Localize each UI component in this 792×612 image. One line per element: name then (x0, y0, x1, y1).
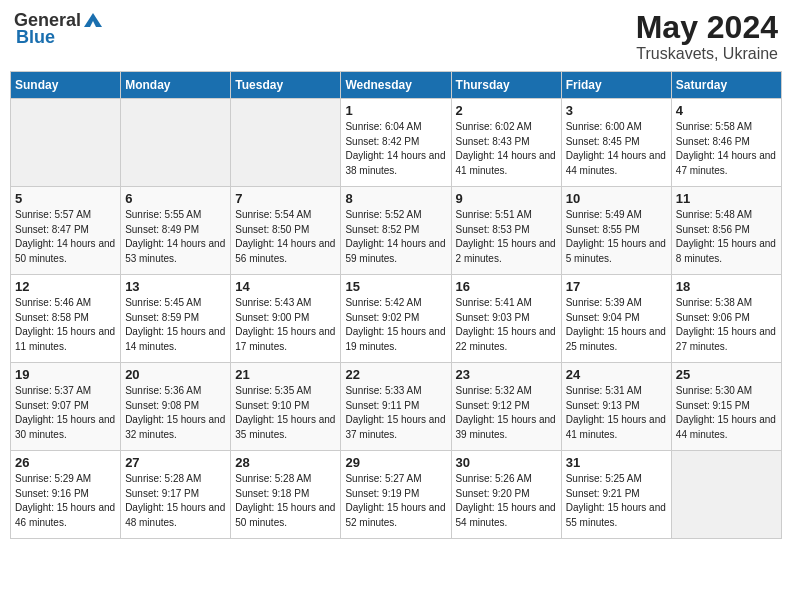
calendar-cell: 6Sunrise: 5:55 AMSunset: 8:49 PMDaylight… (121, 187, 231, 275)
day-info: Sunrise: 5:54 AMSunset: 8:50 PMDaylight:… (235, 208, 336, 266)
month-title: May 2024 (636, 10, 778, 45)
calendar-cell: 15Sunrise: 5:42 AMSunset: 9:02 PMDayligh… (341, 275, 451, 363)
header-wednesday: Wednesday (341, 72, 451, 99)
day-number: 13 (125, 279, 226, 294)
day-info: Sunrise: 5:46 AMSunset: 8:58 PMDaylight:… (15, 296, 116, 354)
day-info: Sunrise: 5:25 AMSunset: 9:21 PMDaylight:… (566, 472, 667, 530)
calendar-cell: 20Sunrise: 5:36 AMSunset: 9:08 PMDayligh… (121, 363, 231, 451)
header-row: SundayMondayTuesdayWednesdayThursdayFrid… (11, 72, 782, 99)
day-info: Sunrise: 5:37 AMSunset: 9:07 PMDaylight:… (15, 384, 116, 442)
day-number: 3 (566, 103, 667, 118)
day-number: 7 (235, 191, 336, 206)
day-info: Sunrise: 5:36 AMSunset: 9:08 PMDaylight:… (125, 384, 226, 442)
day-number: 6 (125, 191, 226, 206)
day-info: Sunrise: 6:00 AMSunset: 8:45 PMDaylight:… (566, 120, 667, 178)
day-number: 16 (456, 279, 557, 294)
day-number: 30 (456, 455, 557, 470)
calendar-cell: 7Sunrise: 5:54 AMSunset: 8:50 PMDaylight… (231, 187, 341, 275)
day-number: 28 (235, 455, 336, 470)
day-number: 18 (676, 279, 777, 294)
calendar-cell: 13Sunrise: 5:45 AMSunset: 8:59 PMDayligh… (121, 275, 231, 363)
day-number: 29 (345, 455, 446, 470)
day-number: 31 (566, 455, 667, 470)
calendar-cell: 24Sunrise: 5:31 AMSunset: 9:13 PMDayligh… (561, 363, 671, 451)
day-info: Sunrise: 5:29 AMSunset: 9:16 PMDaylight:… (15, 472, 116, 530)
week-row: 5Sunrise: 5:57 AMSunset: 8:47 PMDaylight… (11, 187, 782, 275)
day-number: 1 (345, 103, 446, 118)
day-info: Sunrise: 5:49 AMSunset: 8:55 PMDaylight:… (566, 208, 667, 266)
day-info: Sunrise: 6:04 AMSunset: 8:42 PMDaylight:… (345, 120, 446, 178)
calendar-cell: 16Sunrise: 5:41 AMSunset: 9:03 PMDayligh… (451, 275, 561, 363)
day-info: Sunrise: 6:02 AMSunset: 8:43 PMDaylight:… (456, 120, 557, 178)
day-number: 27 (125, 455, 226, 470)
day-info: Sunrise: 5:48 AMSunset: 8:56 PMDaylight:… (676, 208, 777, 266)
calendar-cell: 31Sunrise: 5:25 AMSunset: 9:21 PMDayligh… (561, 451, 671, 539)
day-number: 24 (566, 367, 667, 382)
day-number: 17 (566, 279, 667, 294)
logo-icon (82, 11, 104, 29)
day-number: 14 (235, 279, 336, 294)
calendar-cell: 11Sunrise: 5:48 AMSunset: 8:56 PMDayligh… (671, 187, 781, 275)
calendar-cell: 21Sunrise: 5:35 AMSunset: 9:10 PMDayligh… (231, 363, 341, 451)
calendar-cell (231, 99, 341, 187)
calendar-cell: 4Sunrise: 5:58 AMSunset: 8:46 PMDaylight… (671, 99, 781, 187)
day-number: 4 (676, 103, 777, 118)
calendar-cell: 23Sunrise: 5:32 AMSunset: 9:12 PMDayligh… (451, 363, 561, 451)
day-number: 5 (15, 191, 116, 206)
day-info: Sunrise: 5:45 AMSunset: 8:59 PMDaylight:… (125, 296, 226, 354)
day-number: 21 (235, 367, 336, 382)
page-header: General Blue May 2024 Truskavets, Ukrain… (10, 10, 782, 63)
day-number: 2 (456, 103, 557, 118)
calendar-cell: 9Sunrise: 5:51 AMSunset: 8:53 PMDaylight… (451, 187, 561, 275)
calendar-cell: 26Sunrise: 5:29 AMSunset: 9:16 PMDayligh… (11, 451, 121, 539)
day-info: Sunrise: 5:28 AMSunset: 9:18 PMDaylight:… (235, 472, 336, 530)
day-info: Sunrise: 5:55 AMSunset: 8:49 PMDaylight:… (125, 208, 226, 266)
calendar-cell: 25Sunrise: 5:30 AMSunset: 9:15 PMDayligh… (671, 363, 781, 451)
day-number: 25 (676, 367, 777, 382)
day-info: Sunrise: 5:43 AMSunset: 9:00 PMDaylight:… (235, 296, 336, 354)
calendar-cell: 29Sunrise: 5:27 AMSunset: 9:19 PMDayligh… (341, 451, 451, 539)
calendar-cell: 28Sunrise: 5:28 AMSunset: 9:18 PMDayligh… (231, 451, 341, 539)
location-title: Truskavets, Ukraine (636, 45, 778, 63)
calendar-cell: 1Sunrise: 6:04 AMSunset: 8:42 PMDaylight… (341, 99, 451, 187)
day-info: Sunrise: 5:38 AMSunset: 9:06 PMDaylight:… (676, 296, 777, 354)
calendar-cell (121, 99, 231, 187)
day-info: Sunrise: 5:41 AMSunset: 9:03 PMDaylight:… (456, 296, 557, 354)
day-number: 26 (15, 455, 116, 470)
day-number: 9 (456, 191, 557, 206)
day-info: Sunrise: 5:32 AMSunset: 9:12 PMDaylight:… (456, 384, 557, 442)
calendar-cell: 27Sunrise: 5:28 AMSunset: 9:17 PMDayligh… (121, 451, 231, 539)
day-info: Sunrise: 5:35 AMSunset: 9:10 PMDaylight:… (235, 384, 336, 442)
header-sunday: Sunday (11, 72, 121, 99)
calendar-cell: 30Sunrise: 5:26 AMSunset: 9:20 PMDayligh… (451, 451, 561, 539)
day-number: 23 (456, 367, 557, 382)
calendar-cell: 5Sunrise: 5:57 AMSunset: 8:47 PMDaylight… (11, 187, 121, 275)
day-info: Sunrise: 5:39 AMSunset: 9:04 PMDaylight:… (566, 296, 667, 354)
day-number: 11 (676, 191, 777, 206)
day-number: 20 (125, 367, 226, 382)
day-info: Sunrise: 5:26 AMSunset: 9:20 PMDaylight:… (456, 472, 557, 530)
title-block: May 2024 Truskavets, Ukraine (636, 10, 778, 63)
day-number: 12 (15, 279, 116, 294)
calendar-cell (11, 99, 121, 187)
day-info: Sunrise: 5:57 AMSunset: 8:47 PMDaylight:… (15, 208, 116, 266)
calendar-cell: 2Sunrise: 6:02 AMSunset: 8:43 PMDaylight… (451, 99, 561, 187)
day-info: Sunrise: 5:31 AMSunset: 9:13 PMDaylight:… (566, 384, 667, 442)
day-number: 8 (345, 191, 446, 206)
day-info: Sunrise: 5:28 AMSunset: 9:17 PMDaylight:… (125, 472, 226, 530)
week-row: 12Sunrise: 5:46 AMSunset: 8:58 PMDayligh… (11, 275, 782, 363)
header-thursday: Thursday (451, 72, 561, 99)
calendar-table: SundayMondayTuesdayWednesdayThursdayFrid… (10, 71, 782, 539)
day-number: 22 (345, 367, 446, 382)
week-row: 26Sunrise: 5:29 AMSunset: 9:16 PMDayligh… (11, 451, 782, 539)
day-info: Sunrise: 5:51 AMSunset: 8:53 PMDaylight:… (456, 208, 557, 266)
calendar-cell: 18Sunrise: 5:38 AMSunset: 9:06 PMDayligh… (671, 275, 781, 363)
header-saturday: Saturday (671, 72, 781, 99)
calendar-cell: 19Sunrise: 5:37 AMSunset: 9:07 PMDayligh… (11, 363, 121, 451)
logo: General Blue (14, 10, 104, 48)
day-info: Sunrise: 5:58 AMSunset: 8:46 PMDaylight:… (676, 120, 777, 178)
day-info: Sunrise: 5:42 AMSunset: 9:02 PMDaylight:… (345, 296, 446, 354)
day-info: Sunrise: 5:27 AMSunset: 9:19 PMDaylight:… (345, 472, 446, 530)
week-row: 19Sunrise: 5:37 AMSunset: 9:07 PMDayligh… (11, 363, 782, 451)
calendar-cell: 8Sunrise: 5:52 AMSunset: 8:52 PMDaylight… (341, 187, 451, 275)
